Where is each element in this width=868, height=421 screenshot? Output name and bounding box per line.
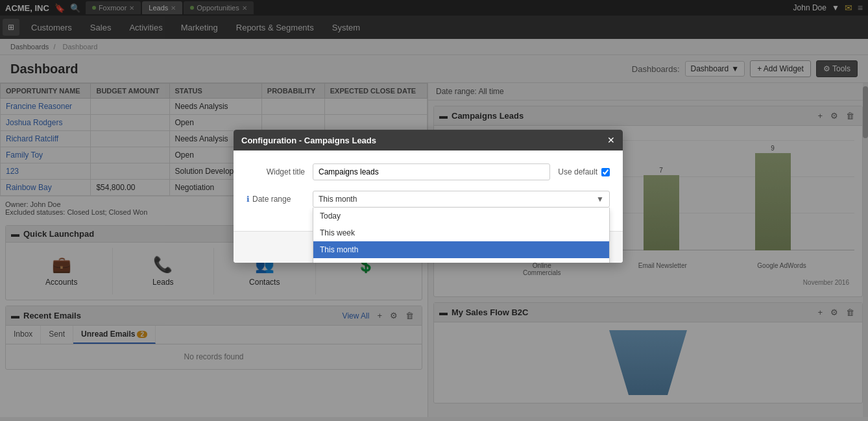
modal-body: Widget title Use default ℹ Date range Th… [234,150,623,231]
use-default-label: Use default [558,167,597,176]
use-default-checkbox[interactable] [601,168,610,176]
dropdown-arrow-icon: ▼ [596,195,604,204]
modal-title: Configuration - Campaigns Leads [241,136,376,145]
modal-overlay[interactable]: Configuration - Campaigns Leads ✕ Widget… [0,0,868,421]
modal-header: Configuration - Campaigns Leads ✕ [234,130,623,150]
date-range-select-wrapper: This month ▼ Today This week This month … [313,191,610,208]
date-range-dropdown: Today This week This month This quarter … [313,208,610,263]
widget-title-label: Widget title [247,167,305,176]
modal-close-button[interactable]: ✕ [607,135,615,145]
option-this-week[interactable]: This week [313,224,609,241]
widget-title-input[interactable] [313,163,550,180]
date-range-select[interactable]: This month ▼ [313,191,610,208]
option-this-quarter[interactable]: This quarter [313,258,609,263]
date-range-row: ℹ Date range This month ▼ Today This wee… [247,191,610,208]
date-range-label-text: Date range [252,195,291,204]
widget-title-row: Widget title Use default [247,163,610,180]
info-icon[interactable]: ℹ [247,195,250,204]
option-today[interactable]: Today [313,208,609,224]
use-default-wrapper: Use default [558,167,610,176]
option-this-month[interactable]: This month [313,241,609,258]
date-range-selected-value: This month [319,195,357,204]
date-range-form-label: ℹ Date range [247,195,305,204]
configuration-modal: Configuration - Campaigns Leads ✕ Widget… [234,130,623,263]
